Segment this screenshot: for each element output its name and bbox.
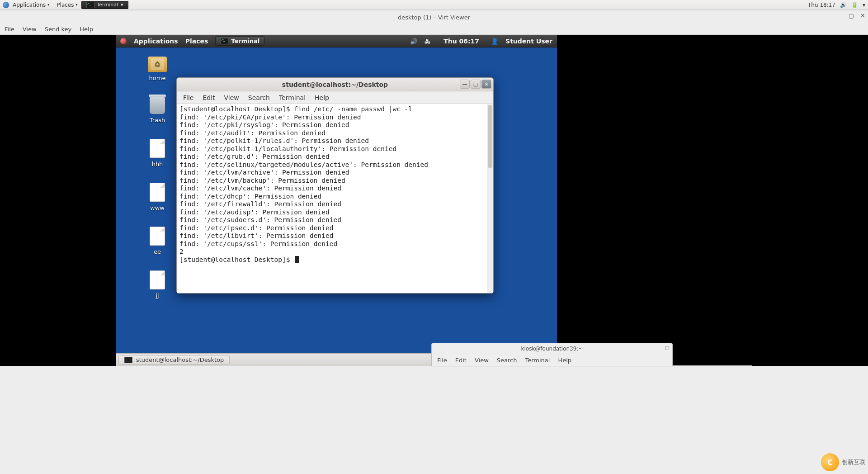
term-menu-view[interactable]: View <box>224 94 239 101</box>
volume-icon[interactable] <box>410 38 417 45</box>
letterbox-right <box>752 35 868 366</box>
maximize-button[interactable]: ▢ <box>849 12 854 19</box>
taskbar-item-label: student@localhost:~/Desktop <box>136 356 224 363</box>
desktop-icon-label: Trash <box>150 117 165 123</box>
terminal-output[interactable]: [student@localhost Desktop]$ find /etc/ … <box>177 104 493 293</box>
terminal-cursor <box>295 256 299 263</box>
hterm-menu-terminal[interactable]: Terminal <box>525 357 550 364</box>
close-button[interactable]: ✕ <box>481 80 491 89</box>
virt-menu-file[interactable]: File <box>5 26 14 33</box>
terminal-title: student@localhost:~/Desktop <box>282 81 388 88</box>
guest-places-menu[interactable]: Places <box>185 38 208 45</box>
host-taskbar-terminal[interactable]: Terminal ▾ <box>81 1 128 9</box>
guest-user-label[interactable]: Student User <box>505 38 552 45</box>
gnome-foot-icon <box>3 2 9 8</box>
watermark: C 创新互联 <box>821 453 865 471</box>
host-terminal-title: kiosk@foundation39:~ <box>521 346 583 352</box>
file-icon <box>150 139 165 158</box>
host-terminal-menubar: File Edit View Search Terminal Help <box>432 354 672 366</box>
terminal-titlebar[interactable]: student@localhost:~/Desktop — ▢ ✕ <box>177 78 493 91</box>
guest-applications-menu[interactable]: Applications <box>134 38 178 45</box>
gnome-foot-icon <box>120 38 127 44</box>
virt-menu-view[interactable]: View <box>23 26 37 33</box>
virt-menu-help[interactable]: Help <box>80 26 93 33</box>
terminal-icon <box>86 2 94 8</box>
virt-viewer-content: Applications Places Terminal Thu 06:17 S… <box>0 35 868 365</box>
term-menu-edit[interactable]: Edit <box>203 94 215 101</box>
terminal-window[interactable]: student@localhost:~/Desktop — ▢ ✕ File E… <box>176 77 494 294</box>
host-places-label: Places <box>57 2 74 8</box>
term-menu-help[interactable]: Help <box>315 94 329 101</box>
desktop-icon-trash[interactable]: Trash <box>142 97 173 123</box>
watermark-icon: C <box>821 453 839 471</box>
guest-desktop[interactable]: Applications Places Terminal Thu 06:17 S… <box>116 35 557 366</box>
close-button[interactable]: ✕ <box>860 12 865 19</box>
maximize-button[interactable]: ▢ <box>665 345 670 351</box>
guest-applications-label: Applications <box>134 38 178 45</box>
desktop-icon-label: home <box>149 75 166 81</box>
folder-home-icon <box>148 57 167 72</box>
hterm-menu-file[interactable]: File <box>437 357 447 364</box>
taskbar-item-terminal[interactable]: student@localhost:~/Desktop <box>118 355 230 365</box>
terminal-icon <box>124 357 132 363</box>
desktop-icon-label: www <box>150 204 165 211</box>
guest-top-panel: Applications Places Terminal Thu 06:17 S… <box>116 35 557 47</box>
host-applications-label: Applications <box>13 2 46 8</box>
scrollbar-thumb[interactable] <box>488 105 492 168</box>
host-taskbar-terminal-label: Terminal <box>97 2 118 8</box>
file-icon <box>150 270 165 289</box>
desktop-icon-hhh[interactable]: hhh <box>142 139 173 167</box>
virt-viewer-window: desktop (1) – Virt Viewer — ▢ ✕ File Vie… <box>0 10 868 365</box>
hterm-menu-search[interactable]: Search <box>497 357 517 364</box>
file-icon <box>150 227 165 246</box>
terminal-scrollbar[interactable] <box>487 104 493 293</box>
guest-taskbar-terminal[interactable]: Terminal <box>215 36 264 46</box>
guest-taskbar-terminal-label: Terminal <box>231 38 259 44</box>
minimize-button[interactable]: — <box>460 80 470 89</box>
hterm-menu-view[interactable]: View <box>475 357 489 364</box>
host-terminal-titlebar[interactable]: kiosk@foundation39:~ — ▢ <box>432 343 672 354</box>
desktop-icon-label: ee <box>154 248 161 255</box>
minimize-button[interactable]: — <box>656 345 660 351</box>
chevron-down-icon: ▾ <box>121 2 123 8</box>
watermark-glyph: C <box>827 458 833 467</box>
host-top-panel: Applications ▾ Places ▾ Terminal ▾ Thu 1… <box>0 0 868 10</box>
trash-icon <box>150 97 165 114</box>
guest-clock[interactable]: Thu 06:17 <box>443 38 479 45</box>
virt-viewer-titlebar[interactable]: desktop (1) – Virt Viewer — ▢ ✕ <box>0 10 868 24</box>
minimize-button[interactable]: — <box>836 12 842 19</box>
user-icon <box>491 38 498 45</box>
virt-viewer-title: desktop (1) – Virt Viewer <box>398 14 470 21</box>
file-icon <box>150 183 165 202</box>
virt-menu-sendkey[interactable]: Send key <box>45 26 72 33</box>
terminal-menubar: File Edit View Search Terminal Help <box>177 91 493 104</box>
watermark-text: 创新互联 <box>842 458 865 466</box>
desktop-icon-label: jj <box>156 292 159 299</box>
host-applications-menu[interactable]: Applications ▾ <box>9 2 53 8</box>
chevron-down-icon: ▾ <box>75 3 77 7</box>
desktop-icon-area: home Trash hhh www ee <box>142 57 173 299</box>
terminal-icon <box>220 38 228 44</box>
virt-viewer-menubar: File View Send key Help <box>0 24 868 35</box>
network-icon[interactable] <box>425 38 432 45</box>
volume-icon[interactable]: 🔊 <box>840 2 847 8</box>
desktop-icon-home[interactable]: home <box>142 57 173 81</box>
desktop-icon-www[interactable]: www <box>142 183 173 211</box>
desktop-icon-label: hhh <box>152 161 163 167</box>
term-menu-search[interactable]: Search <box>248 94 270 101</box>
letterbox-left <box>0 35 116 366</box>
hterm-menu-help[interactable]: Help <box>558 357 571 364</box>
hterm-menu-edit[interactable]: Edit <box>455 357 467 364</box>
desktop-icon-ee[interactable]: ee <box>142 227 173 255</box>
maximize-button[interactable]: ▢ <box>471 80 481 89</box>
power-menu-icon[interactable]: ▾ <box>863 2 865 8</box>
term-menu-file[interactable]: File <box>183 94 193 101</box>
host-clock[interactable]: Thu 18:17 <box>808 2 835 8</box>
desktop-icon-jj[interactable]: jj <box>142 270 173 299</box>
host-places-menu[interactable]: Places ▾ <box>53 2 81 8</box>
chevron-down-icon: ▾ <box>47 3 49 7</box>
term-menu-terminal[interactable]: Terminal <box>279 94 306 101</box>
host-terminal-window[interactable]: kiosk@foundation39:~ — ▢ File Edit View … <box>431 343 673 366</box>
guest-places-label: Places <box>185 38 208 45</box>
battery-icon[interactable]: 🔋 <box>851 2 858 8</box>
